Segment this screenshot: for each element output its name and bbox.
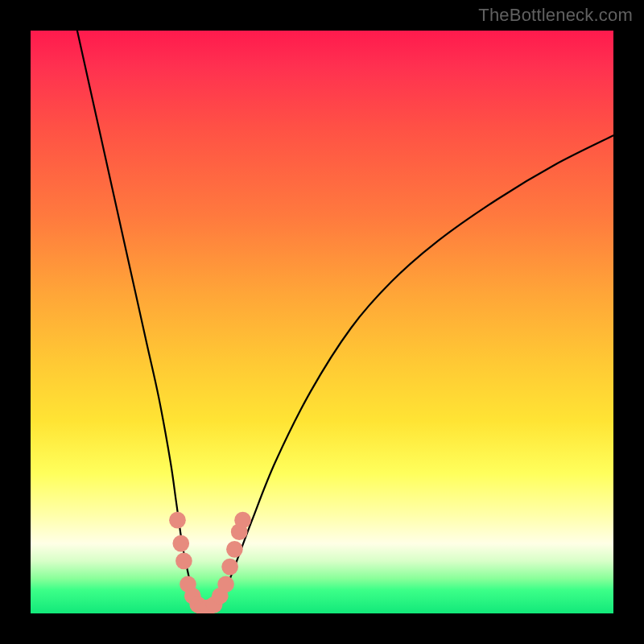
chart-container: TheBottleneck.com (0, 0, 644, 644)
plot-area (31, 31, 613, 613)
bottleneck-curve (77, 31, 613, 608)
curve-marker (172, 535, 189, 552)
watermark-text: TheBottleneck.com (478, 5, 633, 26)
curve-marker (221, 559, 238, 576)
curve-marker (217, 576, 234, 592)
curve-marker (169, 512, 186, 529)
curve-markers (169, 512, 251, 613)
curve-marker (175, 553, 192, 570)
curve-svg (31, 31, 613, 613)
curve-marker (234, 512, 251, 529)
curve-marker (226, 541, 243, 558)
